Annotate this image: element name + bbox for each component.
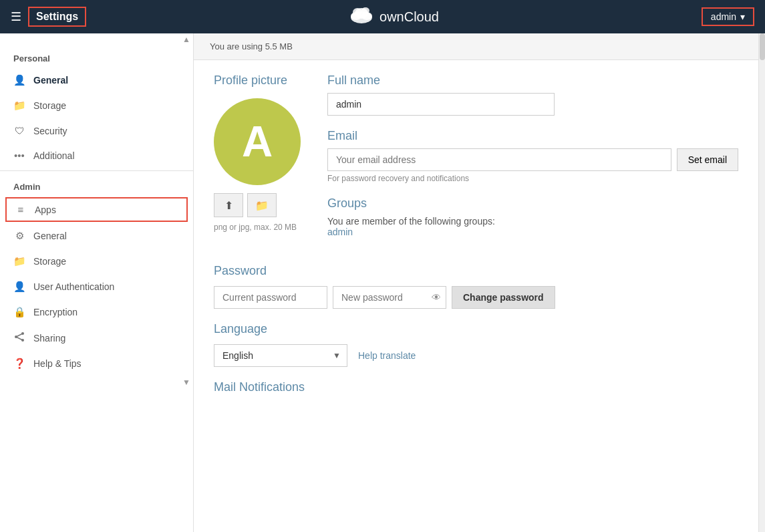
groups-link[interactable]: admin [327, 227, 353, 237]
svg-line-10 [16, 337, 23, 340]
groups-text: You are member of the following groups: … [327, 216, 738, 237]
sidebar-item-label: Sharing [33, 333, 65, 344]
question-icon: ❓ [13, 358, 25, 370]
shield-icon: 🛡 [13, 125, 25, 136]
personal-section-title: Personal [0, 45, 193, 68]
show-password-icon[interactable]: 👁 [432, 292, 441, 303]
sidebar-item-label: User Authentication [33, 281, 114, 292]
svg-point-4 [353, 8, 362, 16]
admin-section-title: Admin [0, 174, 193, 196]
sidebar-item-label: Encryption [33, 307, 78, 317]
scroll-down-arrow[interactable]: ▼ [182, 378, 190, 387]
current-password-input[interactable] [214, 286, 327, 309]
sidebar-item-storage[interactable]: 📁 Storage [0, 93, 193, 118]
avatar-hint: png or jpg, max. 20 MB [214, 223, 301, 232]
sidebar-item-label: Storage [33, 256, 66, 267]
topbar-center: ownCloud [349, 5, 439, 29]
sidebar-item-label: Security [33, 126, 67, 136]
groups-group: Groups You are member of the following g… [327, 196, 738, 237]
scrollbar-thumb[interactable] [760, 33, 765, 60]
language-row: English Deutsch Français Help translate [214, 344, 738, 367]
password-row: 👁 Change password [214, 286, 738, 309]
full-name-label: Full name [327, 74, 738, 88]
email-label: Email [327, 129, 738, 143]
svg-point-5 [361, 7, 369, 14]
content-wrapper: You are using 5.5 MB Profile picture A ⬆… [194, 33, 765, 532]
language-select[interactable]: English Deutsch Français [214, 344, 347, 367]
email-hint: For password recovery and notifications [327, 174, 738, 183]
cloud-icon [349, 5, 374, 29]
sidebar-item-storage-admin[interactable]: 📁 Storage [0, 249, 193, 274]
password-section: Password 👁 Change password [214, 264, 738, 309]
sidebar-item-label: Storage [33, 100, 66, 111]
profile-row: Profile picture A ⬆ 📁 png or jpg, max. 2… [214, 74, 738, 251]
set-email-button[interactable]: Set email [677, 148, 738, 171]
change-password-button[interactable]: Change password [452, 286, 555, 309]
groups-label: Groups [327, 196, 738, 211]
lock-icon: 🔒 [13, 306, 25, 318]
sidebar-item-security[interactable]: 🛡 Security [0, 118, 193, 143]
profile-picture-label: Profile picture [214, 74, 301, 88]
sidebar-item-apps[interactable]: ≡ Apps [5, 197, 188, 222]
sidebar-item-sharing[interactable]: Sharing [0, 325, 193, 351]
content-body: Profile picture A ⬆ 📁 png or jpg, max. 2… [194, 60, 758, 413]
upload-avatar-button[interactable]: ⬆ [214, 193, 243, 217]
apps-icon: ≡ [15, 204, 27, 215]
full-name-group: Full name [327, 74, 738, 116]
email-row: Set email [327, 148, 738, 171]
help-translate-link[interactable]: Help translate [358, 350, 416, 361]
avatar-buttons: ⬆ 📁 [214, 193, 301, 217]
share-icon [13, 331, 25, 344]
sidebar-item-additional[interactable]: ••• Additional [0, 143, 193, 168]
mail-notifications-section: Mail Notifications [214, 380, 738, 394]
topbar: ☰ Settings ownCloud admin ▾ [0, 0, 765, 33]
avatar-letter: A [242, 117, 273, 166]
language-select-wrapper: English Deutsch Français [214, 344, 347, 367]
user-label: admin [711, 11, 736, 22]
settings-label[interactable]: Settings [28, 7, 86, 27]
groups-description: You are member of the following groups: [327, 216, 495, 227]
language-section: Language English Deutsch Français Help t… [214, 322, 738, 367]
folder-admin-icon: 📁 [13, 255, 25, 267]
sidebar: ▲ Personal 👤 General 📁 Storage 🛡 Securit… [0, 33, 194, 532]
folder-icon: 📁 [13, 100, 25, 112]
sidebar-item-label: Apps [35, 205, 56, 215]
usage-bar: You are using 5.5 MB [194, 33, 758, 60]
sidebar-item-label: General [33, 75, 68, 86]
sidebar-item-general[interactable]: 👤 General [0, 68, 193, 93]
sidebar-item-user-auth[interactable]: 👤 User Authentication [0, 274, 193, 299]
profile-section: Profile picture A ⬆ 📁 png or jpg, max. 2… [214, 74, 301, 251]
full-name-input[interactable] [327, 93, 555, 116]
sidebar-item-encryption[interactable]: 🔒 Encryption [0, 299, 193, 325]
app-name: ownCloud [379, 9, 439, 25]
avatar: A [214, 98, 301, 185]
sidebar-item-label: Help & Tips [33, 358, 82, 369]
dots-icon: ••• [13, 150, 25, 161]
password-label: Password [214, 264, 738, 278]
folder-avatar-button[interactable]: 📁 [247, 193, 277, 217]
scroll-up-arrow[interactable]: ▲ [182, 35, 190, 44]
sidebar-item-label: Additional [33, 150, 75, 161]
usage-text: You are using 5.5 MB [210, 41, 293, 51]
user-menu[interactable]: admin ▾ [702, 7, 754, 26]
scrollbar-track[interactable] [758, 33, 765, 532]
person-icon: 👤 [13, 74, 25, 86]
email-group: Email Set email For password recovery an… [327, 129, 738, 183]
dropdown-icon: ▾ [740, 11, 745, 22]
email-input[interactable] [327, 148, 671, 171]
person-admin-icon: 👤 [13, 281, 25, 293]
topbar-left: ☰ Settings [11, 7, 86, 27]
sidebar-item-help[interactable]: ❓ Help & Tips [0, 351, 193, 376]
new-password-input[interactable] [333, 286, 446, 309]
content-area: You are using 5.5 MB Profile picture A ⬆… [194, 33, 758, 532]
sidebar-item-general-admin[interactable]: ⚙ General [0, 223, 193, 249]
hamburger-icon[interactable]: ☰ [11, 9, 21, 24]
svg-line-9 [16, 334, 23, 337]
sidebar-divider [0, 170, 193, 171]
sidebar-item-label: General [33, 231, 67, 241]
language-label: Language [214, 322, 738, 336]
right-section: Full name Email Set email For password r… [327, 74, 738, 251]
mail-notifications-label: Mail Notifications [214, 380, 738, 394]
main-layout: ▲ Personal 👤 General 📁 Storage 🛡 Securit… [0, 33, 765, 532]
gear-icon: ⚙ [13, 230, 25, 242]
